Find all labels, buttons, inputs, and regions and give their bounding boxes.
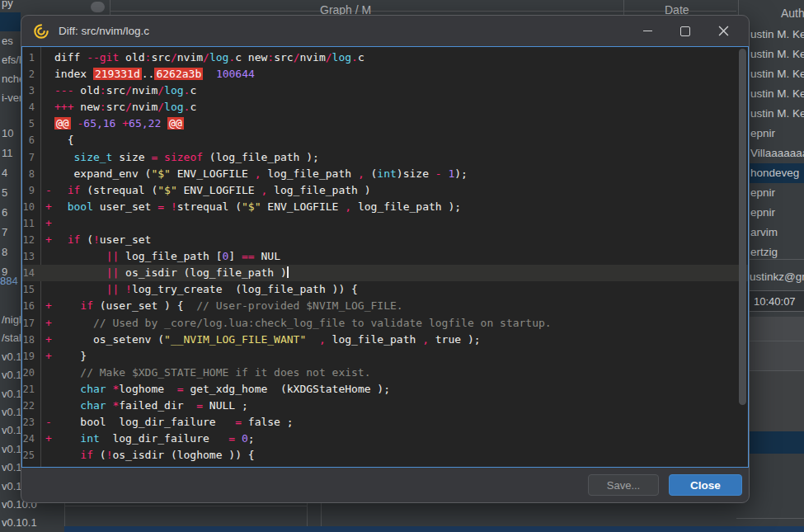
bg-sidebar-number-list: 1011456789 [0, 124, 21, 282]
code-line: 12+ if (!user_set [22, 232, 748, 248]
left-tags-item[interactable]: v0.1 [0, 421, 21, 440]
close-icon [718, 26, 729, 36]
dialog-footer: Save... Close [21, 468, 749, 502]
maximize-button[interactable] [666, 19, 704, 44]
window-close-button[interactable] [704, 19, 742, 44]
code-text: diff --git old:src/nvim/log.c new:src/nv… [54, 49, 748, 66]
bg-commit-email: ustinkz@gm [750, 271, 804, 283]
bg-ref-number: 884 [0, 275, 18, 287]
diff-marker [45, 49, 54, 66]
left-top-item[interactable] [0, 12, 21, 31]
bg-sidebar-top-list: pyesefs/hnchei-ver [0, 0, 21, 107]
code-scrollbar[interactable] [739, 49, 746, 405]
left-tags-item[interactable]: v0.1 [0, 478, 21, 496]
author-rows-item[interactable]: ustin M. Key [750, 45, 804, 64]
code-line: 26 log_dir_failure = (os_mkdir_recurse (… [22, 464, 748, 468]
diff-code-area[interactable]: 1diff --git old:src/nvim/log.c new:src/n… [21, 46, 749, 468]
code-text: if (strequal ("$" ENV_LOGFILE , log_file… [54, 182, 748, 199]
code-text: int log_dir_failure = 0; [54, 431, 748, 447]
minimize-button[interactable] [628, 19, 666, 44]
close-button[interactable]: Close [669, 474, 742, 496]
diff-marker: + [45, 298, 54, 314]
diff-marker [45, 447, 54, 464]
left-top-item[interactable]: py [0, 0, 21, 12]
left-nums-item: 7 [0, 223, 21, 242]
diff-marker [45, 365, 54, 381]
author-rows-item[interactable]: ustin M. Key [750, 104, 804, 124]
diff-marker: + [45, 199, 54, 215]
left-tags-item[interactable]: v0.1 [0, 348, 21, 366]
sublime-merge-logo-icon [33, 23, 49, 40]
dialog-titlebar[interactable]: Diff: src/nvim/log.c [21, 16, 749, 46]
code-text: @@ -65,16 +65,22 @@ [54, 115, 748, 132]
left-top-item[interactable]: i-ver [0, 88, 21, 107]
left-tags-item[interactable]: v0.10.0 [0, 496, 21, 514]
diff-marker [45, 166, 54, 182]
code-line: 15 || !log_try_create (log_file_path )) … [22, 281, 748, 298]
code-text: char *loghome = get_xdg_home (kXDGStateH… [54, 381, 748, 398]
bg-time-value: 10:40:07 [754, 295, 796, 308]
code-line: 8 expand_env ("$" ENV_LOGFILE , log_file… [22, 166, 748, 182]
line-number: 12 [22, 232, 40, 248]
bg-column-separator-author [738, 0, 739, 15]
line-number: 4 [22, 99, 40, 115]
code-line: 18+ os_setenv ("__NVIM_LOG_FILE_WANT" , … [22, 332, 748, 348]
maximize-icon [680, 26, 690, 36]
diff-marker [45, 281, 54, 298]
left-nums-item: 5 [0, 183, 21, 203]
author-rows-item[interactable]: ustin M. Key [750, 64, 804, 84]
left-tags-item[interactable]: v0.1 [0, 440, 21, 459]
left-tags-item[interactable]: v0.1 [0, 366, 21, 384]
diff-marker [45, 132, 54, 148]
left-tags-item[interactable]: v0.1 [0, 403, 21, 421]
code-lines: 1diff --git old:src/nvim/log.c new:src/n… [22, 49, 748, 468]
diff-dialog: Diff: src/nvim/log.c 1diff --git old:src… [21, 15, 750, 503]
diff-marker [45, 82, 54, 99]
author-rows-item[interactable]: hondeveg [750, 163, 804, 183]
left-tags-item[interactable]: v0.10.1 [0, 514, 21, 532]
text-cursor [287, 266, 289, 278]
code-line: 13 || log_file_path [0] == NUL [22, 248, 748, 265]
author-rows-item[interactable]: Villaaaaaaa [750, 144, 804, 163]
left-tags-item[interactable]: v0.1 [0, 459, 21, 477]
diff-marker: + [45, 332, 54, 348]
left-top-item[interactable]: nche [0, 69, 21, 88]
diff-marker: + [45, 232, 54, 248]
author-rows-item[interactable]: arvim [750, 223, 804, 242]
author-rows-item[interactable]: epnir [750, 203, 804, 223]
code-text: // Used by _core/log.lua:check_log_file … [54, 315, 748, 332]
diff-marker [45, 115, 54, 132]
bg-time-field[interactable]: 10:40:07 [747, 290, 804, 312]
left-tags-item[interactable]: /nigh [0, 311, 21, 329]
left-top-item[interactable]: es [0, 31, 21, 50]
save-button[interactable]: Save... [588, 474, 659, 496]
code-line: 14 || os_isdir (log_file_path ) [22, 265, 748, 281]
diff-marker: + [45, 348, 54, 365]
code-text: || os_isdir (log_file_path ) [54, 265, 748, 281]
line-number: 7 [22, 149, 40, 166]
author-rows-item[interactable]: epnir [750, 183, 804, 203]
line-number: 18 [22, 332, 40, 348]
code-text: bool log_dir_failure = false ; [54, 414, 748, 431]
bg-column-header-author[interactable]: Auth [781, 7, 804, 20]
bg-sidebar-ref[interactable]: 884 [0, 272, 21, 289]
code-text: || log_file_path [0] == NUL [54, 248, 748, 265]
diff-marker: - [45, 414, 54, 431]
left-tags-item[interactable]: v0.1 [0, 385, 21, 403]
bg-sidebar-tag-list: /nigh/stabv0.1v0.1v0.1v0.1v0.1v0.1v0.1v0… [0, 311, 21, 532]
line-number: 15 [22, 281, 40, 298]
diff-marker [45, 99, 54, 115]
code-text: { [54, 132, 748, 148]
bg-author-list: ustin M. Keyustin M. Keyustin M. Keyusti… [750, 25, 804, 262]
bg-scrollbar-nub[interactable] [91, 2, 105, 12]
author-rows-item[interactable]: ustin M. Key [750, 84, 804, 104]
left-tags-item[interactable]: /stab [0, 329, 21, 347]
author-rows-item[interactable]: ustin M. Key [750, 25, 804, 45]
line-number: 16 [22, 298, 40, 314]
left-nums-item: 10 [0, 124, 21, 144]
line-number: 11 [22, 215, 40, 232]
code-line: 7 size_t size = sizeof (log_file_path ); [22, 149, 748, 166]
line-number: 10 [22, 199, 40, 215]
author-rows-item[interactable]: epnir [750, 124, 804, 144]
left-top-item[interactable]: efs/h [0, 50, 21, 69]
